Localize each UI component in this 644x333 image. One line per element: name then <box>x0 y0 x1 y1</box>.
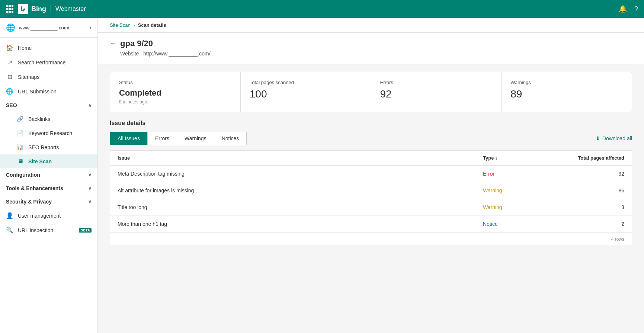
stats-row: Status Completed 8 minutes ago Total pag… <box>110 72 632 112</box>
chevron-down-icon: ∨ <box>88 172 92 177</box>
backlinks-icon: 🔗 <box>16 116 24 122</box>
stat-label: Total pages scanned <box>250 80 362 85</box>
sidebar-section-label: Security & Privacy <box>6 199 84 205</box>
issue-type: Error <box>483 171 550 177</box>
sidebar-section-tools[interactable]: Tools & Enhancements ∨ <box>0 182 97 195</box>
nav-right: 🔔 ? <box>619 5 638 13</box>
sidebar-item-label: Sitemaps <box>18 74 92 80</box>
row-count: 4 rows <box>611 237 624 242</box>
sidebar: 🌐 www.__________.com/ ▾ 🏠 Home ↗ Search … <box>0 18 98 333</box>
app-title: Webmaster <box>55 6 86 12</box>
issue-name: More than one h1 tag <box>118 221 483 227</box>
issue-name: Title too long <box>118 204 483 210</box>
sidebar-item-keyword-research[interactable]: 📄 Keyword Research <box>0 126 97 140</box>
tabs-row: All Issues Errors Warnings Notices ⬇ Dow… <box>110 132 632 145</box>
keyword-research-icon: 📄 <box>16 130 24 137</box>
sidebar-item-user-management[interactable]: 👤 User management <box>0 208 97 223</box>
bing-icon <box>18 4 28 14</box>
sidebar-section-security[interactable]: Security & Privacy ∨ <box>0 195 97 208</box>
sidebar-item-label: URL Submission <box>18 89 92 95</box>
table-header: Issue Type ↓ Total pages affected <box>110 151 632 166</box>
issue-type: Warning <box>483 204 550 210</box>
stat-label: Errors <box>380 80 493 85</box>
site-url: www.__________.com/ <box>19 25 86 31</box>
sidebar-item-label: Search Performance <box>18 60 92 65</box>
pages-affected: 3 <box>550 204 624 210</box>
page-subtitle: Website : http://www.__________.com/ <box>120 51 632 57</box>
table-row: Title too long Warning 3 <box>110 199 632 216</box>
stat-status: Status Completed 8 minutes ago <box>110 72 241 112</box>
sidebar-section-configuration[interactable]: Configuration ∨ <box>0 168 97 182</box>
sidebar-item-site-scan[interactable]: 🖥 Site Scan <box>0 154 97 168</box>
tab-notices[interactable]: Notices <box>214 132 247 145</box>
site-selector[interactable]: 🌐 www.__________.com/ ▾ <box>0 18 97 38</box>
user-management-icon: 👤 <box>6 212 13 219</box>
back-button[interactable]: ← <box>110 40 116 48</box>
chevron-down-icon: ▾ <box>89 25 92 30</box>
bing-logo: Bing <box>18 4 46 14</box>
table-row: More than one h1 tag Notice 2 <box>110 216 632 233</box>
sidebar-item-home[interactable]: 🏠 Home <box>0 41 97 55</box>
notification-button[interactable]: 🔔 <box>619 5 627 13</box>
nav-left: Bing Webmaster <box>6 4 86 14</box>
search-performance-icon: ↗ <box>6 59 13 66</box>
main-content: Site Scan › Scan details ← gpa 9/20 Webs… <box>98 18 644 333</box>
pages-affected: 86 <box>550 188 624 193</box>
sidebar-item-backlinks[interactable]: 🔗 Backlinks <box>0 112 97 126</box>
stat-value: 89 <box>510 88 623 100</box>
col-type-header[interactable]: Type ↓ <box>483 155 550 161</box>
table-row: Meta Description tag missing Error 92 <box>110 166 632 182</box>
stat-errors: Errors 92 <box>371 72 502 112</box>
breadcrumb-parent[interactable]: Site Scan <box>110 22 131 28</box>
url-submission-icon: 🌐 <box>6 88 13 95</box>
bing-text: Bing <box>31 5 46 13</box>
stat-value: 92 <box>380 88 493 100</box>
top-navigation: Bing Webmaster 🔔 ? <box>0 0 644 18</box>
sidebar-item-url-submission[interactable]: 🌐 URL Submission <box>0 84 97 99</box>
issues-table: Issue Type ↓ Total pages affected Meta D… <box>110 150 632 246</box>
table-row: Alt attribute for images is missing Warn… <box>110 182 632 199</box>
sidebar-item-label: Home <box>18 45 92 51</box>
sidebar-item-label: Keyword Research <box>28 130 72 136</box>
stat-value: 100 <box>250 88 362 100</box>
page-header: ← gpa 9/20 Website : http://www.________… <box>98 33 644 64</box>
download-icon: ⬇ <box>596 135 600 141</box>
pages-affected: 92 <box>550 171 624 177</box>
chevron-down-icon: ∨ <box>88 199 92 204</box>
url-inspection-icon: 🔍 <box>6 227 13 234</box>
sidebar-section-seo[interactable]: SEO ∧ <box>0 99 97 112</box>
sidebar-item-url-inspection[interactable]: 🔍 URL Inspection BETA <box>0 223 97 237</box>
sitemaps-icon: ⊞ <box>6 73 13 80</box>
tab-all-issues[interactable]: All Issues <box>110 132 148 145</box>
home-icon: 🏠 <box>6 44 13 51</box>
download-all-button[interactable]: ⬇ Download all <box>596 135 632 141</box>
apps-grid-icon[interactable] <box>6 5 13 13</box>
issue-section-title: Issue details <box>110 120 632 127</box>
tab-warnings[interactable]: Warnings <box>177 132 214 145</box>
issue-tabs: All Issues Errors Warnings Notices <box>110 132 247 145</box>
sidebar-section-label: Tools & Enhancements <box>6 185 84 191</box>
col-issue-header: Issue <box>118 155 483 161</box>
beta-badge: BETA <box>79 228 92 233</box>
sidebar-section-label: Configuration <box>6 172 84 178</box>
sidebar-item-seo-reports[interactable]: 📊 SEO Reports <box>0 140 97 154</box>
tab-errors[interactable]: Errors <box>148 132 177 145</box>
back-row: ← gpa 9/20 <box>110 39 632 48</box>
issue-name: Alt attribute for images is missing <box>118 188 483 193</box>
stat-label: Status <box>119 80 231 85</box>
sort-icon: ↓ <box>495 156 497 161</box>
stat-warnings: Warnings 89 <box>502 72 632 112</box>
stat-time: 8 minutes ago <box>119 99 231 105</box>
help-button[interactable]: ? <box>634 5 638 13</box>
col-pages-header: Total pages affected <box>550 155 624 161</box>
breadcrumb: Site Scan › Scan details <box>98 18 644 33</box>
globe-icon: 🌐 <box>6 23 15 32</box>
sidebar-item-label: Site Scan <box>28 159 52 164</box>
pages-affected: 2 <box>550 221 624 227</box>
sidebar-item-sitemaps[interactable]: ⊞ Sitemaps <box>0 70 97 84</box>
nav-divider <box>51 4 51 13</box>
breadcrumb-current: Scan details <box>138 22 166 28</box>
stat-label: Warnings <box>510 80 623 85</box>
sidebar-item-label: SEO Reports <box>28 144 59 150</box>
sidebar-item-search-performance[interactable]: ↗ Search Performance <box>0 55 97 70</box>
